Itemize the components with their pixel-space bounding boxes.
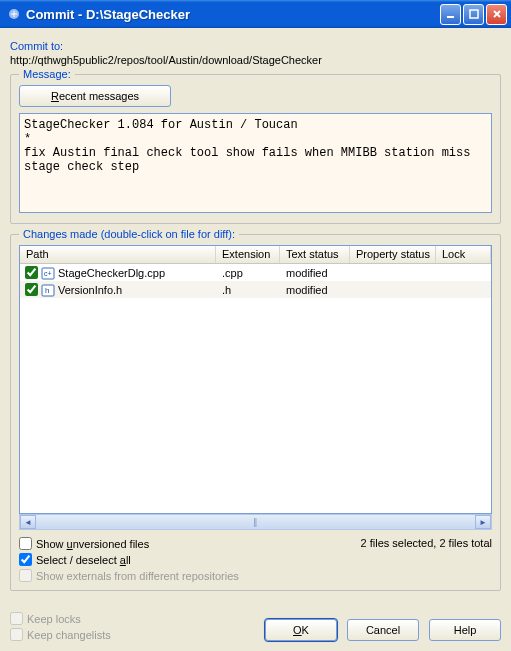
table-row[interactable]: c+StageCheckerDlg.cpp.cppmodified (20, 264, 491, 281)
file-checkbox[interactable] (25, 266, 38, 279)
file-name: StageCheckerDlg.cpp (58, 267, 165, 279)
keep-changelists-checkbox (10, 628, 23, 641)
keep-changelists-label: Keep changelists (27, 629, 111, 641)
maximize-button[interactable] (463, 4, 484, 25)
select-all-label: Select / deselect all (36, 554, 131, 566)
window-title: Commit - D:\StageChecker (26, 7, 440, 22)
minimize-button[interactable] (440, 4, 461, 25)
scroll-track[interactable]: ∥ (36, 515, 475, 529)
keep-locks-row: Keep locks (10, 612, 255, 625)
file-text-status: modified (280, 267, 350, 279)
commit-url: http://qthwgh5public2/repos/tool/Austin/… (10, 54, 501, 66)
show-unversioned-label: Show unversioned files (36, 538, 149, 550)
show-externals-row: Show externals from different repositori… (19, 569, 353, 582)
select-all-checkbox[interactable] (19, 553, 32, 566)
col-text-status[interactable]: Text status (280, 246, 350, 263)
keep-locks-label: Keep locks (27, 613, 81, 625)
show-unversioned-checkbox[interactable] (19, 537, 32, 550)
show-externals-label: Show externals from different repositori… (36, 570, 239, 582)
col-path[interactable]: Path (20, 246, 216, 263)
svg-rect-1 (447, 16, 454, 18)
keep-changelists-row: Keep changelists (10, 628, 255, 641)
svg-text:c+: c+ (44, 270, 52, 277)
col-lock[interactable]: Lock (436, 246, 491, 263)
recent-messages-button[interactable]: Recent messages (19, 85, 171, 107)
list-header[interactable]: Path Extension Text status Property stat… (20, 246, 491, 264)
file-ext: .h (216, 284, 280, 296)
file-checkbox[interactable] (25, 283, 38, 296)
show-externals-checkbox (19, 569, 32, 582)
scroll-right-button[interactable]: ► (475, 515, 491, 529)
commit-to-label: Commit to: (10, 40, 501, 52)
ok-button[interactable]: OK (265, 619, 337, 641)
selection-status: 2 files selected, 2 files total (361, 537, 492, 549)
svg-text:h: h (45, 286, 49, 295)
cancel-button[interactable]: Cancel (347, 619, 419, 641)
table-row[interactable]: hVersionInfo.h.hmodified (20, 281, 491, 298)
file-ext: .cpp (216, 267, 280, 279)
changes-group-title: Changes made (double-click on file for d… (19, 228, 239, 240)
file-text-status: modified (280, 284, 350, 296)
col-property-status[interactable]: Property status (350, 246, 436, 263)
col-extension[interactable]: Extension (216, 246, 280, 263)
h-file-icon: h (41, 283, 55, 297)
horizontal-scrollbar[interactable]: ◄ ∥ ► (19, 514, 492, 530)
file-list[interactable]: Path Extension Text status Property stat… (19, 245, 492, 514)
cpp-file-icon: c+ (41, 266, 55, 280)
scroll-left-button[interactable]: ◄ (20, 515, 36, 529)
commit-message-input[interactable] (19, 113, 492, 213)
close-button[interactable] (486, 4, 507, 25)
message-group-title: Message: (19, 68, 75, 80)
help-button[interactable]: Help (429, 619, 501, 641)
file-name: VersionInfo.h (58, 284, 122, 296)
app-icon (6, 6, 22, 22)
select-all-row[interactable]: Select / deselect all (19, 553, 353, 566)
svg-rect-2 (470, 10, 478, 18)
keep-locks-checkbox (10, 612, 23, 625)
show-unversioned-row[interactable]: Show unversioned files (19, 537, 353, 550)
